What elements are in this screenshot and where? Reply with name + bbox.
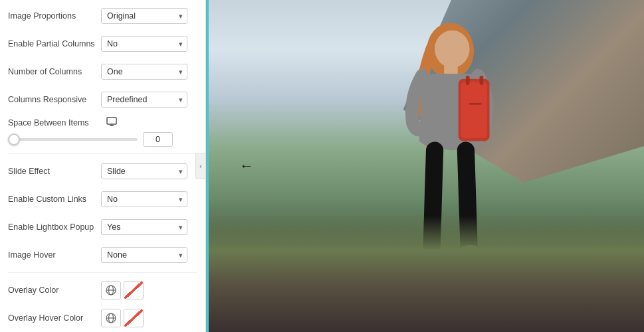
overlay-color-control xyxy=(101,281,197,299)
monitor-icon xyxy=(106,117,117,128)
panel-collapse-handle[interactable]: ‹ xyxy=(195,153,206,179)
enable-custom-links-row: Enable Custom Links No Yes xyxy=(8,189,197,210)
enable-custom-links-label: Enable Custom Links xyxy=(8,195,101,204)
enable-lightbox-popup-select-wrapper[interactable]: Yes No xyxy=(101,219,187,235)
svg-rect-0 xyxy=(107,118,116,124)
preview-panel: ← xyxy=(206,0,644,332)
slide-effect-control: Slide Fade Cube Coverflow xyxy=(101,163,197,179)
columns-responsive-control: Predefined Custom xyxy=(101,92,197,108)
image-proportions-control: Original Square 4:3 16:9 xyxy=(101,8,197,24)
image-hover-select-wrapper[interactable]: None Zoom In Zoom Out Slide xyxy=(101,247,187,263)
image-hover-select[interactable]: None Zoom In Zoom Out Slide xyxy=(101,247,187,263)
overlay-color-label: Overlay Color xyxy=(8,286,101,295)
overlay-hover-color-control xyxy=(101,309,197,327)
enable-custom-links-select[interactable]: No Yes xyxy=(101,191,187,207)
enable-custom-links-select-wrapper[interactable]: No Yes xyxy=(101,191,187,207)
teal-border xyxy=(206,0,209,332)
enable-lightbox-popup-label: Enable Lightbox Popup xyxy=(8,222,101,232)
image-hover-label: Image Hover xyxy=(8,250,101,260)
slide-effect-row: Slide Effect Slide Fade Cube Coverflow xyxy=(8,161,197,182)
image-proportions-label: Image Proportions xyxy=(8,11,101,21)
image-proportions-select-wrapper[interactable]: Original Square 4:3 16:9 xyxy=(101,8,187,24)
overlay-hover-color-global-button[interactable] xyxy=(101,309,121,327)
columns-responsive-row: Columns Responsive Predefined Custom xyxy=(8,89,197,110)
columns-responsive-select-wrapper[interactable]: Predefined Custom xyxy=(101,92,187,108)
overlay-hover-color-clear-button[interactable] xyxy=(124,309,144,327)
svg-rect-13 xyxy=(461,82,486,137)
overlay-color-row: Overlay Color xyxy=(8,280,197,301)
space-between-slider[interactable] xyxy=(8,138,138,141)
svg-rect-15 xyxy=(479,76,483,85)
svg-point-10 xyxy=(435,31,470,68)
image-hover-control: None Zoom In Zoom Out Slide xyxy=(101,247,197,263)
slide-effect-select-wrapper[interactable]: Slide Fade Cube Coverflow xyxy=(101,163,187,179)
overlay-hover-color-row: Overlay Hover Color xyxy=(8,307,197,329)
columns-responsive-select[interactable]: Predefined Custom xyxy=(101,92,187,108)
number-of-columns-label: Number of Columns xyxy=(8,67,101,76)
image-container: ← xyxy=(206,0,644,332)
enable-partial-columns-select-wrapper[interactable]: No Yes xyxy=(101,36,187,52)
enable-custom-links-control: No Yes xyxy=(101,191,197,207)
number-of-columns-row: Number of Columns One Two Three Four xyxy=(8,61,197,82)
enable-lightbox-popup-row: Enable Lightbox Popup Yes No xyxy=(8,216,197,238)
slide-effect-select[interactable]: Slide Fade Cube Coverflow xyxy=(101,163,187,179)
columns-responsive-label: Columns Responsive xyxy=(8,95,101,104)
enable-lightbox-popup-select[interactable]: Yes No xyxy=(101,219,187,235)
overlay-hover-color-label: Overlay Hover Color xyxy=(8,313,101,323)
enable-lightbox-popup-control: Yes No xyxy=(101,219,197,235)
enable-partial-columns-control: No Yes xyxy=(101,36,197,52)
space-between-label: Space Between Items xyxy=(8,118,101,127)
image-hover-row: Image Hover None Zoom In Zoom Out Slide xyxy=(8,244,197,266)
slider-row xyxy=(8,132,197,147)
enable-partial-columns-label: Enable Partial Columns xyxy=(8,39,101,48)
enable-partial-columns-row: Enable Partial Columns No Yes xyxy=(8,33,197,54)
left-arrow-icon[interactable]: ← xyxy=(239,157,254,175)
number-of-columns-select-wrapper[interactable]: One Two Three Four xyxy=(101,64,187,80)
svg-rect-14 xyxy=(466,76,470,85)
slide-effect-label: Slide Effect xyxy=(8,167,101,176)
settings-panel: Image Proportions Original Square 4:3 16… xyxy=(0,0,206,332)
image-proportions-select[interactable]: Original Square 4:3 16:9 xyxy=(101,8,187,24)
image-proportions-row: Image Proportions Original Square 4:3 16… xyxy=(8,5,197,27)
space-between-header: Space Between Items xyxy=(8,117,197,128)
ground-area xyxy=(206,216,644,332)
space-between-value[interactable] xyxy=(143,132,173,147)
number-of-columns-select[interactable]: One Two Three Four xyxy=(101,64,187,80)
divider-2 xyxy=(8,272,197,273)
divider-1 xyxy=(8,153,197,154)
enable-partial-columns-select[interactable]: No Yes xyxy=(101,36,187,52)
overlay-color-global-button[interactable] xyxy=(101,281,121,299)
overlay-color-clear-button[interactable] xyxy=(124,281,144,299)
space-between-section: Space Between Items xyxy=(8,117,197,147)
number-of-columns-control: One Two Three Four xyxy=(101,64,197,80)
